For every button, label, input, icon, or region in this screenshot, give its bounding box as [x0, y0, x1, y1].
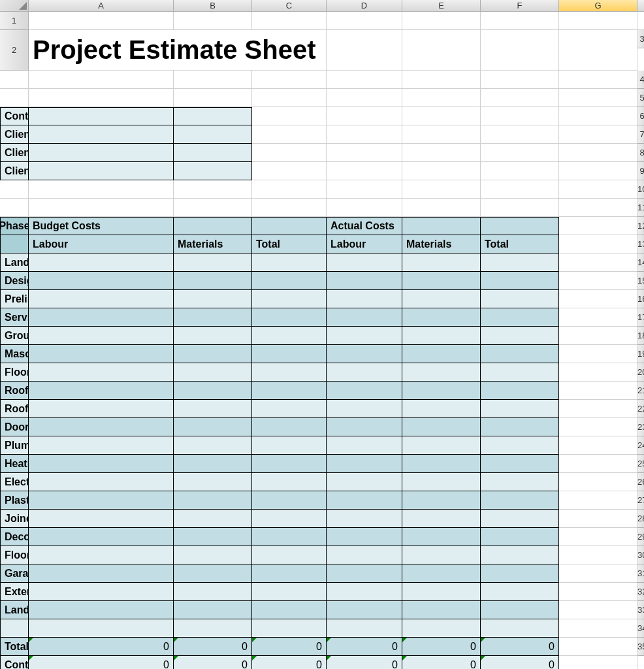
- cell-F13[interactable]: [402, 253, 481, 272]
- cell-C15[interactable]: [174, 290, 252, 308]
- cell-D17[interactable]: [252, 327, 327, 345]
- cell-C3[interactable]: [174, 71, 252, 89]
- cell-B30[interactable]: [29, 564, 174, 583]
- cell-E33[interactable]: [327, 619, 402, 638]
- row-header-27[interactable]: 27: [637, 491, 644, 510]
- cell-B22[interactable]: [29, 418, 174, 436]
- cell-C18[interactable]: [174, 345, 252, 363]
- cell-E14[interactable]: [327, 272, 402, 290]
- cell-E3[interactable]: [327, 71, 402, 89]
- cell-E31[interactable]: [327, 583, 402, 601]
- cell-G25[interactable]: [481, 473, 559, 491]
- cell-D22[interactable]: [252, 418, 327, 436]
- cell-blank-5[interactable]: [559, 107, 637, 125]
- cell-C31[interactable]: [174, 583, 252, 601]
- row-header-3[interactable]: 3: [637, 30, 644, 48]
- cell-C28[interactable]: [174, 528, 252, 546]
- cell-blank-12[interactable]: [559, 235, 637, 253]
- row-header-8[interactable]: 8: [637, 144, 644, 162]
- cell-E19[interactable]: [327, 363, 402, 382]
- row-header-14[interactable]: 14: [637, 253, 644, 272]
- cell-F28[interactable]: [402, 528, 481, 546]
- cell-C20[interactable]: [174, 382, 252, 400]
- row-header-25[interactable]: 25: [637, 455, 644, 473]
- cell-G33[interactable]: [481, 619, 559, 638]
- cell-blank-11[interactable]: [559, 217, 637, 235]
- cell-F25[interactable]: [402, 473, 481, 491]
- cell-blank-6[interactable]: [559, 125, 637, 144]
- cell-B16[interactable]: [29, 308, 174, 327]
- cell-C33[interactable]: [174, 619, 252, 638]
- cell-blank-21[interactable]: [559, 400, 637, 418]
- cell-E28[interactable]: [327, 528, 402, 546]
- cell-F3[interactable]: [402, 71, 481, 89]
- cell-F21[interactable]: [402, 400, 481, 418]
- row-header-31[interactable]: 31: [637, 564, 644, 583]
- cell-G13[interactable]: [481, 253, 559, 272]
- cell-blank-32[interactable]: [559, 601, 637, 619]
- cell-blank-30[interactable]: [559, 564, 637, 583]
- cell-F11[interactable]: [402, 217, 481, 235]
- cell-G4[interactable]: [481, 89, 559, 107]
- cell-F30[interactable]: [402, 564, 481, 583]
- col-header-C[interactable]: C: [252, 0, 327, 12]
- cell-C17[interactable]: [174, 327, 252, 345]
- cell-E25[interactable]: [327, 473, 402, 491]
- cell-E29[interactable]: [327, 546, 402, 564]
- cell-D30[interactable]: [252, 564, 327, 583]
- row-header-9[interactable]: 9: [637, 162, 644, 180]
- cell-D32[interactable]: [252, 601, 327, 619]
- cell-G30[interactable]: [481, 564, 559, 583]
- cell-B3[interactable]: [29, 71, 174, 89]
- cell-E2[interactable]: [327, 30, 402, 71]
- row-header-13[interactable]: 13: [637, 235, 644, 253]
- cell-E21[interactable]: [327, 400, 402, 418]
- cell-B28[interactable]: [29, 528, 174, 546]
- cell-blank-17[interactable]: [559, 327, 637, 345]
- cell-C4[interactable]: [174, 89, 252, 107]
- cell-C1[interactable]: [252, 12, 327, 30]
- cell-blank-34[interactable]: [559, 638, 637, 656]
- cell-A1[interactable]: [29, 12, 174, 30]
- cell-D25[interactable]: [252, 473, 327, 491]
- cell-B27[interactable]: [29, 510, 174, 528]
- cell-D19[interactable]: [252, 363, 327, 382]
- cell-B4[interactable]: [29, 89, 174, 107]
- cell-E10[interactable]: [327, 199, 402, 217]
- cell-blank-9[interactable]: [559, 180, 637, 199]
- cell-F8[interactable]: [402, 162, 481, 180]
- cell-F19[interactable]: [402, 363, 481, 382]
- cell-blank-2[interactable]: [559, 30, 637, 71]
- cell-G7[interactable]: [481, 144, 559, 162]
- row-header-20[interactable]: 20: [637, 363, 644, 382]
- cell-A33[interactable]: [0, 619, 29, 638]
- col-header-blank[interactable]: [637, 0, 644, 12]
- cell-G18[interactable]: [481, 345, 559, 363]
- cell-blank-4[interactable]: [559, 89, 637, 107]
- cell-C16[interactable]: [174, 308, 252, 327]
- cell-blank-13[interactable]: [559, 253, 637, 272]
- cell-blank-25[interactable]: [559, 473, 637, 491]
- row-header-10[interactable]: 10: [637, 180, 644, 199]
- cell-E1[interactable]: [402, 12, 481, 30]
- col-header-A[interactable]: A: [29, 0, 174, 12]
- cell-blank-20[interactable]: [559, 382, 637, 400]
- cell-E9[interactable]: [327, 180, 402, 199]
- cell-D21[interactable]: [252, 400, 327, 418]
- row-header-26[interactable]: 26: [637, 473, 644, 491]
- cell-D27[interactable]: [252, 510, 327, 528]
- cell-G14[interactable]: [481, 272, 559, 290]
- cell-F17[interactable]: [402, 327, 481, 345]
- cell-B10[interactable]: [29, 199, 174, 217]
- cell-F31[interactable]: [402, 583, 481, 601]
- cell-blank-22[interactable]: [559, 418, 637, 436]
- cell-G2[interactable]: [481, 30, 559, 71]
- cell-B15[interactable]: [29, 290, 174, 308]
- row-header-29[interactable]: 29: [637, 528, 644, 546]
- cell-E32[interactable]: [327, 601, 402, 619]
- cell-F9[interactable]: [402, 180, 481, 199]
- cell-C24[interactable]: [174, 455, 252, 473]
- cell-D6[interactable]: [252, 125, 327, 144]
- cell-G15[interactable]: [481, 290, 559, 308]
- cell-D20[interactable]: [252, 382, 327, 400]
